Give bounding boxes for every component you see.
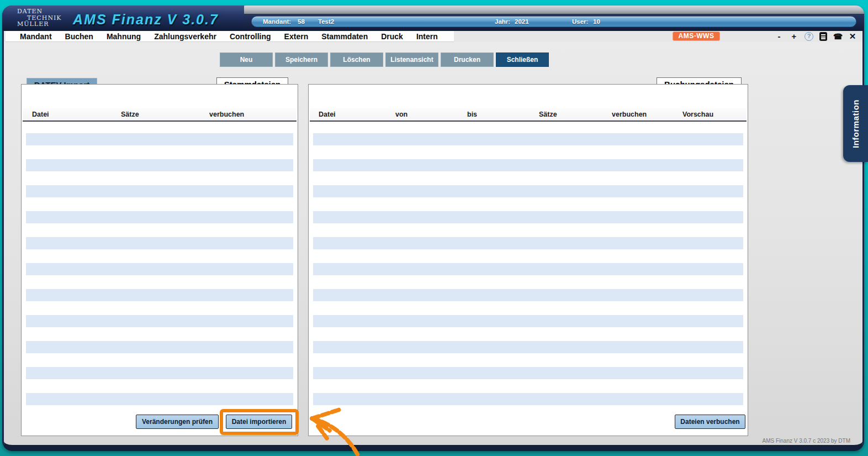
veraenderungen-pruefen-button[interactable]: Veränderungen prüfen	[136, 415, 219, 429]
buchungsdateien-panel: DateivonbisSätzeverbuchenVorschau	[308, 84, 748, 436]
menu-strip: MandantBuchenMahnungZahlungsverkehrContr…	[6, 31, 454, 42]
menu-item[interactable]: Druck	[374, 32, 410, 41]
dateien-verbuchen-button[interactable]: Dateien verbuchen	[675, 415, 745, 429]
menu-item[interactable]: Intern	[410, 32, 444, 41]
column-header: bis	[467, 111, 539, 118]
toolbar-button[interactable]: Listenansicht	[385, 53, 438, 67]
year-value: 2021	[515, 18, 529, 25]
buchungsdateien-table-rows	[313, 133, 743, 406]
logo-line: MÜLLER	[17, 21, 62, 28]
company-logo: DATEN TECHNIK MÜLLER	[17, 8, 62, 28]
menu-item[interactable]: Zahlungsverkehr	[147, 32, 223, 41]
column-header: Vorschau	[682, 111, 747, 118]
menu-item[interactable]: Mahnung	[100, 32, 147, 41]
title-bar: DATEN TECHNIK MÜLLER AMS Finanz V 3.0.7 …	[2, 6, 864, 31]
user-value: 10	[593, 18, 600, 25]
app-root: DATEN TECHNIK MÜLLER AMS Finanz V 3.0.7 …	[0, 0, 868, 456]
menu-item[interactable]: Buchen	[59, 32, 100, 41]
status-bar: Mandant: 58 Test2 Jahr: 2021 User: 10	[251, 16, 856, 27]
app-title: AMS Finanz V 3.0.7	[73, 12, 219, 28]
menu-item[interactable]: Extern	[278, 32, 315, 41]
arrow-annotation	[301, 406, 373, 456]
column-header: Sätze	[121, 111, 209, 118]
ams-wws-badge[interactable]: AMS-WWS	[673, 32, 720, 41]
toolbar-button[interactable]: Löschen	[330, 53, 383, 67]
logo-block: DATEN TECHNIK MÜLLER AMS Finanz V 3.0.7	[2, 6, 244, 31]
buchungsdateien-table-header: DateivonbisSätzeverbuchenVorschau	[310, 108, 747, 122]
minimize-icon[interactable]: -	[775, 32, 784, 41]
user-label: User:	[572, 18, 588, 25]
maximize-icon[interactable]: +	[790, 32, 798, 41]
document-icon[interactable]	[819, 32, 827, 41]
logo-line: DATEN	[17, 8, 62, 15]
menu-item[interactable]: Controlling	[223, 32, 278, 41]
window-controls: - + ? ☎ ✕	[775, 31, 857, 42]
client-name: Test2	[318, 18, 334, 25]
stammdateien-panel: DateiSätzeverbuchen	[21, 84, 298, 436]
help-icon[interactable]: ?	[805, 32, 813, 41]
menu-item[interactable]: Mandant	[13, 32, 59, 41]
footer-version-text: AMS Finanz V 3.0.7 c 2023 by DTM	[762, 438, 850, 444]
toolbar-button[interactable]: Drucken	[441, 53, 494, 67]
titlebar-top-strip	[239, 6, 864, 14]
column-header: Sätze	[539, 111, 612, 118]
column-header: Datei	[32, 111, 121, 118]
toolbar-button[interactable]: Schließen	[496, 53, 549, 67]
column-header: verbuchen	[209, 111, 297, 118]
year-label: Jahr:	[495, 18, 510, 25]
menu-bar: MandantBuchenMahnungZahlungsverkehrContr…	[4, 31, 862, 42]
mandant-label: Mandant:	[263, 18, 291, 25]
menu-item[interactable]: Stammdaten	[315, 32, 374, 41]
highlight-box-annotation	[220, 409, 299, 435]
information-tab[interactable]: Information	[843, 85, 868, 162]
information-tab-label: Information	[851, 99, 860, 148]
close-icon[interactable]: ✕	[848, 32, 857, 41]
toolbar: NeuSpeichernLöschenListenansichtDruckenS…	[220, 53, 549, 67]
phone-icon[interactable]: ☎	[833, 32, 842, 41]
toolbar-button[interactable]: Neu	[220, 53, 273, 67]
column-header: Datei	[319, 111, 395, 118]
mandant-value: 58	[298, 18, 305, 25]
stammdateien-table-rows	[26, 133, 293, 406]
toolbar-button[interactable]: Speichern	[275, 53, 328, 67]
stammdateien-table-header: DateiSätzeverbuchen	[23, 108, 297, 122]
column-header: von	[395, 111, 467, 118]
column-header: verbuchen	[612, 111, 682, 118]
